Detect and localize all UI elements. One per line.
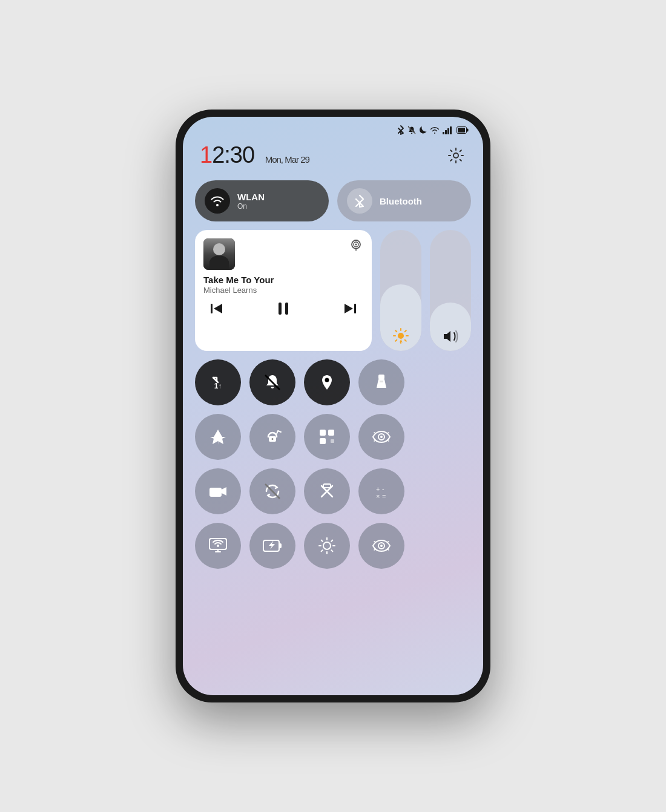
track-artist: Michael Learns	[203, 286, 363, 295]
rotation-lock-button[interactable]	[249, 414, 295, 460]
svg-point-43	[217, 545, 219, 547]
quick-tiles-button[interactable]	[304, 414, 350, 460]
svg-point-48	[380, 545, 383, 547]
music-player[interactable]: Take Me To Your Michael Learns	[195, 230, 372, 351]
signal-status-icon	[443, 126, 453, 134]
wlan-toggle[interactable]: WLAN On	[195, 180, 329, 221]
bluetooth-title: Bluetooth	[380, 196, 422, 206]
svg-rect-17	[354, 304, 356, 313]
date-label: Mon, Mar 29	[265, 154, 309, 165]
svg-text:1↑: 1↑	[214, 382, 222, 390]
svg-rect-30	[331, 439, 334, 443]
bluetooth-icon	[347, 188, 372, 214]
icon-row-2	[195, 414, 471, 460]
airplane-button[interactable]	[195, 414, 241, 460]
track-title: Take Me To Your	[203, 275, 363, 286]
svg-point-26	[272, 438, 274, 440]
person-body	[209, 255, 229, 270]
brightness-slider[interactable]: A	[380, 230, 421, 351]
svg-rect-5	[450, 126, 452, 134]
svg-point-18	[398, 333, 404, 339]
brightness-icon: A	[393, 328, 409, 344]
phone-screen: 12:30 Mon, Mar 29	[183, 117, 483, 695]
svg-rect-28	[328, 430, 334, 436]
volume-icon	[442, 329, 459, 344]
airplay-icon[interactable]	[349, 238, 363, 253]
rotate-button[interactable]: 1↑	[195, 359, 241, 405]
time-display: 12:30 Mon, Mar 29	[200, 142, 309, 168]
mute-button[interactable]	[249, 359, 295, 405]
location-button[interactable]	[304, 359, 350, 405]
flashlight-button[interactable]	[358, 359, 404, 405]
middle-row: Take Me To Your Michael Learns	[195, 230, 471, 351]
volume-fill	[430, 303, 471, 351]
calculator-button[interactable]: + - × =	[358, 468, 404, 514]
svg-text:+: +	[376, 485, 380, 493]
svg-rect-37	[323, 484, 331, 488]
svg-rect-23	[378, 375, 384, 379]
music-info: Take Me To Your Michael Learns	[203, 275, 363, 295]
eye-mode-button[interactable]	[358, 414, 404, 460]
svg-text:×: ×	[376, 493, 380, 500]
slider-column: A	[380, 230, 471, 351]
album-art-image	[203, 238, 235, 270]
music-controls	[203, 300, 363, 318]
icon-row-1: 1↑	[195, 359, 471, 405]
svg-rect-45	[279, 543, 282, 548]
wlan-text: WLAN On	[237, 192, 265, 211]
battery-saver-button[interactable]	[249, 523, 295, 569]
person-head	[213, 243, 225, 255]
time-red-digit: 1	[200, 142, 212, 168]
svg-point-10	[216, 204, 219, 206]
music-top	[203, 238, 363, 270]
svg-rect-27	[320, 430, 326, 436]
bluetooth-toggle[interactable]: Bluetooth	[337, 180, 471, 221]
scissors-button[interactable]	[304, 468, 350, 514]
svg-rect-3	[445, 130, 447, 134]
svg-line-34	[265, 484, 280, 499]
reading-mode-button[interactable]	[358, 523, 404, 569]
brightness-button[interactable]	[304, 523, 350, 569]
svg-rect-4	[447, 128, 449, 134]
silent-status-icon	[407, 126, 416, 134]
album-art	[203, 238, 235, 270]
svg-rect-7	[467, 129, 469, 132]
time-row: 12:30 Mon, Mar 29	[183, 140, 483, 180]
next-button[interactable]	[340, 300, 358, 317]
svg-rect-33	[209, 488, 222, 497]
time-rest: 2:30	[212, 142, 254, 168]
prev-button[interactable]	[208, 300, 226, 317]
bluetooth-text: Bluetooth	[380, 196, 422, 206]
svg-rect-29	[320, 438, 326, 444]
moon-status-icon	[419, 126, 427, 134]
svg-text:=: =	[382, 493, 386, 500]
status-icons	[397, 125, 469, 135]
svg-point-13	[355, 244, 357, 246]
svg-point-9	[453, 153, 458, 158]
svg-rect-16	[285, 303, 288, 315]
wlan-icon	[205, 188, 230, 214]
svg-point-22	[325, 378, 329, 382]
wlan-title: WLAN	[237, 192, 265, 202]
battery-status-icon	[457, 126, 469, 134]
status-bar	[183, 117, 483, 140]
bluetooth-status-icon	[397, 125, 404, 135]
screencast-button[interactable]	[195, 523, 241, 569]
camera-button[interactable]	[195, 468, 241, 514]
icon-row-4	[195, 523, 471, 569]
volume-slider[interactable]	[430, 230, 471, 351]
svg-rect-14	[211, 304, 213, 313]
icon-row-3: + - × =	[195, 468, 471, 514]
settings-button[interactable]	[446, 145, 466, 166]
wlan-sub: On	[237, 202, 265, 211]
top-toggle-row: WLAN On Bluetooth	[195, 180, 471, 221]
svg-rect-24	[380, 381, 383, 382]
svg-rect-8	[458, 128, 465, 133]
sync-button[interactable]	[249, 468, 295, 514]
wifi-status-icon	[430, 126, 440, 134]
controls-grid: WLAN On Bluetooth	[183, 180, 483, 569]
svg-point-32	[380, 436, 383, 438]
pause-button[interactable]	[275, 300, 291, 318]
svg-rect-2	[443, 132, 444, 134]
phone-frame: 12:30 Mon, Mar 29	[176, 110, 490, 702]
